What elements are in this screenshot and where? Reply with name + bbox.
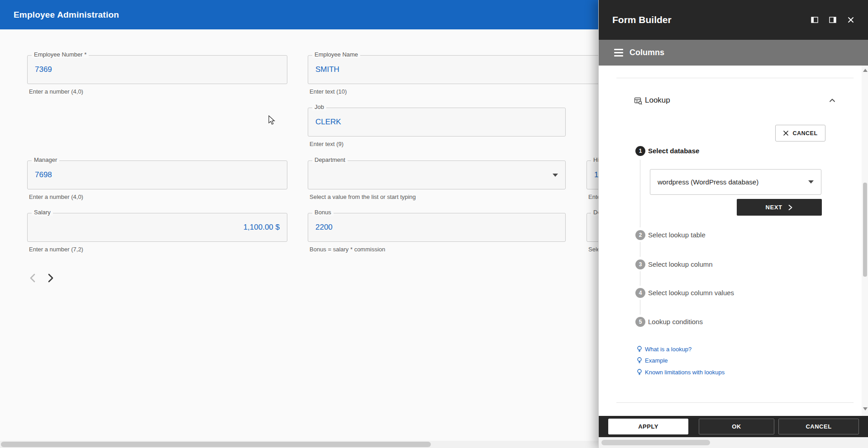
chevron-down-icon bbox=[808, 180, 814, 184]
field-value: SMITH bbox=[315, 65, 339, 74]
step-3-indicator: 3 bbox=[635, 259, 645, 269]
lookup-section-header: Lookup bbox=[599, 94, 868, 108]
step-number: 3 bbox=[639, 261, 642, 268]
link-label: Known limitations with lookups bbox=[645, 369, 725, 376]
mouse-cursor bbox=[268, 115, 277, 125]
field-manager: Manager 7698 Enter a number (4,0) bbox=[27, 160, 287, 200]
field-helper: Enter a number (4,0) bbox=[27, 193, 287, 200]
scroll-up-icon[interactable] bbox=[863, 69, 868, 72]
panel-vertical-scrollbar-thumb[interactable] bbox=[863, 183, 867, 277]
field-value: 1,100.00 $ bbox=[243, 223, 280, 232]
table-search-icon bbox=[634, 97, 642, 105]
panel-horizontal-scrollbar[interactable] bbox=[599, 437, 868, 448]
field-bonus: Bonus 2200 Bonus = salary * commission bbox=[308, 213, 566, 253]
form-builder-title: Form Builder bbox=[612, 14, 672, 25]
lightbulb-icon bbox=[637, 369, 642, 375]
employee-name-input[interactable]: SMITH bbox=[308, 55, 643, 84]
field-label: Employee Number * bbox=[32, 51, 89, 58]
step-3-label: Select lookup column bbox=[648, 259, 713, 269]
database-select[interactable]: wordpress (WordPress database) bbox=[650, 169, 821, 195]
database-select-value: wordpress (WordPress database) bbox=[658, 178, 758, 186]
field-helper: Enter a number (7,2) bbox=[27, 246, 287, 253]
section-divider-bottom bbox=[616, 402, 854, 403]
chevron-right-icon bbox=[44, 272, 56, 284]
step-connector bbox=[640, 242, 640, 257]
field-job: Job CLERK Enter text (9) bbox=[308, 108, 566, 147]
field-label: Department bbox=[312, 156, 348, 163]
link-example[interactable]: Example bbox=[637, 356, 668, 364]
field-employee-number: Employee Number * 7369 Enter a number (4… bbox=[27, 55, 287, 95]
job-input[interactable]: CLERK bbox=[308, 108, 566, 137]
chevron-down-icon bbox=[553, 174, 558, 177]
lookup-cancel-button[interactable]: CANCEL bbox=[775, 125, 825, 141]
menu-icon[interactable] bbox=[614, 49, 623, 57]
field-value: 7369 bbox=[35, 65, 52, 74]
step-connector bbox=[640, 300, 640, 315]
dialog-cancel-button[interactable]: CANCEL bbox=[778, 419, 859, 434]
next-step-button[interactable]: NEXT bbox=[737, 199, 822, 216]
lookup-cancel-label: CANCEL bbox=[792, 130, 817, 137]
field-helper: Enter text (9) bbox=[308, 141, 566, 147]
department-select[interactable] bbox=[308, 160, 566, 189]
step-1-indicator: 1 bbox=[635, 146, 645, 156]
form-builder-footer: APPLY OK CANCEL bbox=[599, 416, 868, 437]
field-department: Department Select a value from the list … bbox=[308, 160, 566, 200]
dock-right-icon bbox=[829, 17, 836, 23]
main-horizontal-scrollbar-thumb[interactable] bbox=[1, 442, 431, 447]
field-label: Salary bbox=[32, 209, 53, 216]
next-record-button[interactable] bbox=[43, 271, 57, 285]
salary-input[interactable]: 1,100.00 $ bbox=[27, 213, 287, 242]
step-number: 5 bbox=[639, 319, 642, 325]
link-label: What is a lookup? bbox=[645, 346, 692, 353]
field-label: Bonus bbox=[312, 209, 334, 216]
window-controls bbox=[808, 14, 857, 26]
link-what-is-a-lookup[interactable]: What is a lookup? bbox=[637, 345, 692, 353]
lightbulb-icon bbox=[637, 346, 642, 352]
step-number: 4 bbox=[639, 290, 642, 296]
step-number: 2 bbox=[639, 232, 642, 238]
columns-section-bar: Columns bbox=[599, 40, 868, 66]
employee-number-input[interactable]: 7369 bbox=[27, 55, 287, 84]
field-label: Employee Name bbox=[312, 51, 360, 58]
step-connector bbox=[640, 271, 640, 286]
field-employee-name: Employee Name SMITH Enter text (10) bbox=[308, 55, 643, 95]
field-label: Job bbox=[312, 104, 326, 110]
x-icon bbox=[783, 130, 789, 136]
panel-horizontal-scrollbar-thumb[interactable] bbox=[601, 440, 710, 445]
bonus-input[interactable]: 2200 bbox=[308, 213, 566, 242]
scroll-down-icon[interactable] bbox=[863, 407, 868, 410]
manager-input[interactable]: 7698 bbox=[27, 160, 287, 189]
main-horizontal-scrollbar[interactable] bbox=[0, 441, 598, 448]
step-2-label: Select lookup table bbox=[648, 230, 706, 240]
field-value: CLERK bbox=[315, 118, 341, 127]
chevron-right-icon bbox=[787, 204, 793, 211]
close-icon bbox=[848, 17, 854, 23]
collapse-lookup-button[interactable] bbox=[826, 94, 839, 107]
field-helper: Select a value from the list or start ty… bbox=[308, 193, 566, 200]
step-1-label: Select database bbox=[648, 146, 699, 156]
lookup-section-title: Lookup bbox=[645, 96, 670, 105]
dock-left-icon bbox=[811, 17, 818, 23]
field-value: 2200 bbox=[315, 223, 333, 232]
ok-button[interactable]: OK bbox=[699, 419, 774, 434]
field-helper: Enter text (10) bbox=[308, 88, 643, 95]
step-2-indicator: 2 bbox=[635, 230, 645, 240]
next-label: NEXT bbox=[765, 204, 782, 211]
field-helper: Enter a number (4,0) bbox=[27, 88, 287, 95]
step-connector bbox=[640, 160, 640, 227]
link-known-limitations[interactable]: Known limitations with lookups bbox=[637, 368, 725, 376]
step-4-indicator: 4 bbox=[635, 288, 645, 298]
dock-right-button[interactable] bbox=[826, 14, 839, 26]
dock-left-button[interactable] bbox=[808, 14, 821, 26]
columns-section-title: Columns bbox=[630, 48, 664, 57]
step-4-label: Select lookup column values bbox=[648, 288, 734, 298]
close-dialog-button[interactable] bbox=[844, 14, 857, 26]
lookup-panel-body: Lookup CANCEL 1 Select database bbox=[599, 66, 868, 416]
field-value: 7698 bbox=[35, 170, 52, 179]
lightbulb-icon bbox=[637, 357, 642, 363]
app-title: Employee Administration bbox=[14, 10, 119, 20]
previous-record-button[interactable] bbox=[26, 271, 40, 285]
apply-button[interactable]: APPLY bbox=[608, 419, 688, 434]
chevron-left-icon bbox=[27, 272, 39, 284]
field-salary: Salary 1,100.00 $ Enter a number (7,2) bbox=[27, 213, 287, 253]
